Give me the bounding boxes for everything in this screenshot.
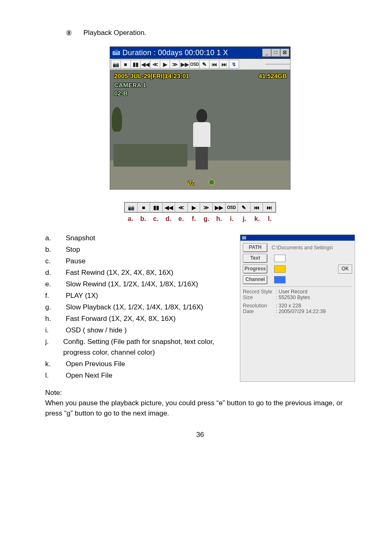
path-value: C:\Documents and Settings\ (272, 245, 333, 251)
channel-color-swatch (274, 276, 286, 283)
section-bullet: ⑧ (66, 29, 72, 37)
text-color-button[interactable]: Text (243, 254, 267, 263)
date-label: Date (243, 309, 276, 314)
toolbar-legend-strip: 📷 ■ ▮▮ ◀◀ ≪ ▶ ≫ ▶▶ OSD ✎ ⏮ ⏭ (124, 202, 276, 213)
legend-config-icon: ✎ (238, 202, 251, 212)
page-number: 36 (45, 431, 355, 439)
fast-rewind-button[interactable]: ◀◀ (141, 60, 150, 69)
legend-stop-icon: ■ (138, 202, 150, 212)
legend-prev-file-icon: ⏮ (251, 202, 263, 212)
minimize-button[interactable]: _ (262, 49, 271, 57)
slow-playback-button[interactable]: ≫ (170, 60, 180, 69)
legend-letters: a. b. c. d. e. f. g. h. i. j. k. l. (124, 215, 276, 223)
note-body: When you pause the playback picture, you… (45, 398, 355, 418)
resolution-label: Resolution (243, 303, 276, 309)
config-sys-icon (242, 236, 246, 239)
progress-color-button[interactable]: Progress (243, 265, 267, 274)
prev-file-button[interactable]: ⏮ (210, 60, 219, 69)
slow-rewind-button[interactable]: ≪ (150, 60, 160, 69)
app-icon (112, 49, 120, 56)
config-titlebar[interactable] (240, 235, 355, 241)
player-toolbar: 📷 ■ ▮▮ ◀◀ ≪ ▶ ≫ ▶▶ OSD ✎ ⏮ ⏭ ↯ (110, 59, 291, 70)
progress-color-swatch (274, 265, 286, 273)
snapshot-button[interactable]: 📷 (111, 60, 121, 69)
overlay-zone: 02-B (114, 90, 128, 97)
title-bar[interactable]: Duration : 00days 00:00:10 1 X _ □ ⊠ (110, 46, 291, 59)
stop-button[interactable]: ■ (121, 60, 131, 69)
video-plant (112, 107, 122, 132)
overlay-timestamp: 2005-JUL-29[FRI]14:23:01 (114, 72, 189, 79)
osd-button[interactable]: OSD (190, 60, 200, 69)
fast-forward-button[interactable]: ▶▶ (180, 60, 190, 69)
size-label: Size (243, 295, 276, 300)
date-value: : 2005/07/29 14:22:39 (276, 309, 326, 314)
video-sofa (113, 144, 187, 167)
close-button[interactable]: ⊠ (280, 49, 289, 57)
config-dialog: PATH C:\Documents and Settings\ Text Pro… (240, 235, 355, 382)
window-title: Duration : 00days 00:00:10 1 X (122, 49, 228, 57)
legend-next-file-icon: ⏭ (263, 202, 276, 212)
record-style-value: : User Record (276, 289, 307, 295)
overlay-camera: CAMERA 1 (114, 81, 146, 88)
legend-fast-rewind-icon: ◀◀ (163, 202, 175, 212)
channel-color-button[interactable]: Channel (243, 275, 267, 284)
overlay-size: 41.524GB (259, 72, 287, 79)
resolution-value: : 320 x 228 (276, 303, 301, 309)
legend-snapshot-icon: 📷 (125, 202, 138, 212)
ok-button[interactable]: OK (338, 265, 352, 274)
legend-slow-rewind-icon: ≪ (175, 202, 188, 212)
record-style-label: Record Style (243, 289, 276, 295)
svg-rect-1 (115, 50, 118, 52)
extra-icon[interactable]: ↯ (229, 60, 239, 69)
player-window: Duration : 00days 00:00:10 1 X _ □ ⊠ 📷 ■… (110, 46, 291, 190)
pause-button[interactable]: ▮▮ (131, 60, 141, 69)
legend-play-icon: ▶ (188, 202, 201, 212)
legend-pause-icon: ▮▮ (150, 202, 163, 212)
legend-slow-playback-icon: ≫ (200, 202, 213, 212)
section-title: Playback Operation. (83, 29, 146, 37)
text-color-swatch (274, 255, 286, 262)
legend-osd-icon: OSD (226, 202, 238, 212)
video-person (190, 109, 213, 171)
note-header: Note: (45, 388, 355, 398)
size-value: : 552530 Bytes (276, 295, 310, 300)
video-frame: 2005-JUL-29[FRI]14:23:01 41.524GB CAMERA… (110, 70, 291, 190)
legend-list: a.Snapshot b.Stop c.Pause d.Fast Rewind … (45, 233, 233, 382)
path-button[interactable]: PATH (243, 243, 267, 252)
overlay-badge: 02 (188, 180, 194, 186)
play-button[interactable]: ▶ (160, 60, 170, 69)
legend-fast-forward-icon: ▶▶ (213, 202, 226, 212)
next-file-button[interactable]: ⏭ (219, 60, 229, 69)
restore-button[interactable]: □ (271, 49, 280, 57)
config-button[interactable]: ✎ (200, 60, 210, 69)
overlay-dot-icon (209, 179, 214, 185)
